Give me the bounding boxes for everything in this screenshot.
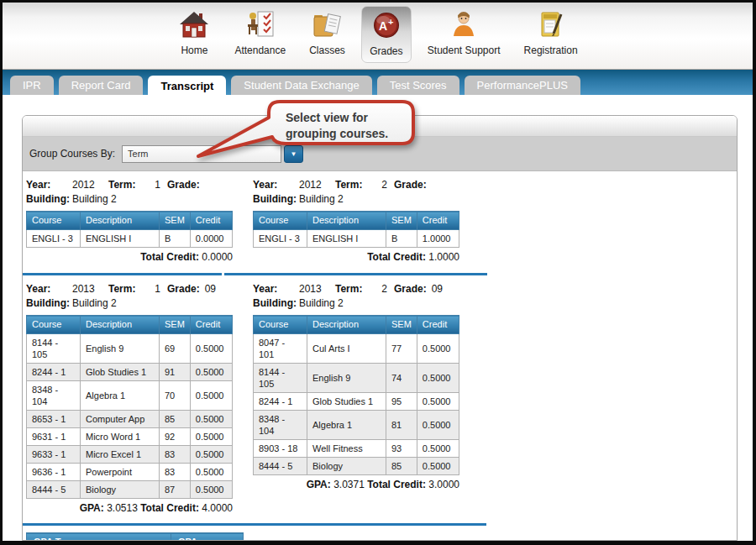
svg-text:+: + — [388, 17, 393, 27]
grade-value: 09 — [205, 283, 216, 295]
total-credit-label: Total Credit: — [367, 479, 426, 490]
credit-cell: 0.5000 — [417, 393, 459, 411]
tab-performanceplus[interactable]: PerformancePLUS — [465, 76, 580, 95]
course-row: 9636 - 1Powerpoint830.5000 — [27, 464, 233, 481]
nav-label: Attendance — [234, 45, 286, 56]
grade-label: Grade: — [167, 179, 200, 191]
term-value: 2 — [369, 178, 387, 192]
credit-cell: 0.5000 — [190, 334, 232, 364]
credit-column-header: Credit — [417, 212, 459, 230]
course-cell: 8348 - 104 — [27, 381, 81, 411]
sem-cell: B — [160, 230, 191, 248]
registration-icon — [534, 8, 568, 42]
nav-label: Student Support — [428, 45, 501, 56]
tab-bar: IPR Report Card Transcript Student Data … — [3, 70, 753, 95]
nav-label: Grades — [370, 45, 402, 57]
section-cell: Year:2012Term:1Grade: Building:Building … — [26, 178, 253, 270]
grade-label: Grade: — [394, 179, 427, 191]
building-label: Building: — [26, 296, 72, 311]
credit-cell: 0.0000 — [190, 230, 232, 248]
dropdown-arrow-button[interactable]: ▼ — [284, 145, 303, 163]
course-cell: 9636 - 1 — [27, 464, 81, 481]
nav-item-attendance[interactable]: Attendance — [227, 6, 293, 63]
nav-label: Home — [181, 45, 207, 56]
section-meta-line1: Year:2012Term:1Grade: — [26, 178, 253, 192]
course-cell: 8653 - 1 — [27, 411, 81, 428]
year-label: Year: — [26, 178, 72, 192]
section-meta-line2: Building:Building 2 — [253, 296, 737, 311]
course-row: 8903 - 18Well Fitness930.5000 — [254, 440, 459, 458]
sem-cell: 93 — [386, 440, 417, 458]
sem-cell: 70 — [160, 381, 191, 411]
course-cell: ENGLI - 3 — [254, 230, 307, 248]
term-label: Term: — [335, 282, 369, 296]
description-cell: Biology — [81, 481, 160, 499]
tab-student-data-exchange[interactable]: Student Data Exchange — [231, 76, 371, 95]
home-icon — [177, 8, 211, 42]
course-table: Course Description SEM Credit ENGLI - 3E… — [26, 211, 233, 248]
course-row: 8444 - 5Biology850.5000 — [254, 458, 459, 475]
tab-test-scores[interactable]: Test Scores — [377, 76, 459, 95]
sem-cell: 85 — [160, 411, 191, 428]
section-meta-line2: Building:Building 2 — [26, 192, 253, 207]
description-cell: Biology — [307, 458, 386, 475]
credit-cell: 0.5000 — [190, 411, 232, 428]
course-cell: 8444 - 5 — [27, 481, 81, 499]
section-meta-line1: Year:2013Term:2Grade:09 — [253, 282, 737, 296]
sem-cell: 83 — [160, 446, 191, 464]
term-value: 1 — [142, 282, 160, 296]
credit-cell: 0.5000 — [417, 440, 459, 458]
credit-column-header: Credit — [190, 212, 232, 230]
section-footer: GPA: 3.0513 Total Credit: 4.0000 — [26, 502, 233, 514]
nav-item-home[interactable]: Home — [170, 6, 218, 63]
description-column-header: Description — [81, 316, 160, 334]
building-value: Building 2 — [72, 193, 117, 205]
description-cell: Micro Excel 1 — [81, 446, 160, 464]
sem-cell: 69 — [160, 334, 191, 364]
term-label: Term: — [335, 178, 369, 192]
total-credit-value: 4.0000 — [202, 502, 233, 514]
course-cell: 8047 - 101 — [254, 334, 307, 364]
nav-item-registration[interactable]: Registration — [517, 6, 585, 63]
gpa-header: GPA — [171, 533, 244, 542]
nav-label: Registration — [524, 45, 578, 56]
group-courses-dropdown[interactable]: Term — [122, 145, 281, 163]
course-cell: 9633 - 1 — [27, 446, 81, 464]
transcript-panel: Group Courses By: Term ▼ Year:2012Term:1… — [22, 115, 738, 541]
total-credit-value: 0.0000 — [202, 251, 233, 263]
gpa-value: 3.0371 — [333, 479, 365, 490]
description-cell: Well Fitness — [307, 440, 386, 458]
course-cell: 8144 - 105 — [254, 364, 307, 393]
section-meta-line1: Year:2012Term:2Grade: — [253, 178, 737, 192]
credit-cell: 0.5000 — [417, 334, 459, 364]
course-cell: 8444 - 5 — [254, 458, 307, 475]
sem-cell: 83 — [160, 464, 191, 481]
credit-cell: 0.5000 — [190, 446, 232, 464]
app-toolbar: Home Attendance — [3, 3, 753, 70]
description-cell: English 9 — [81, 334, 160, 364]
section-meta-line1: Year:2013Term:1Grade:09 — [26, 282, 253, 296]
description-column-header: Description — [81, 212, 160, 230]
sem-cell: 92 — [160, 428, 191, 446]
group-courses-label: Group Courses By: — [29, 148, 115, 160]
course-table: Course Description SEM Credit 8144 - 105… — [26, 315, 233, 499]
description-column-header: Description — [307, 212, 386, 230]
nav-item-grades[interactable]: A + Grades — [361, 6, 412, 63]
nav-item-student-support[interactable]: Student Support — [420, 6, 508, 63]
credit-cell: 0.5000 — [417, 458, 459, 475]
attendance-icon — [244, 8, 277, 42]
total-credit-value: 3.0000 — [428, 479, 459, 490]
tab-transcript[interactable]: Transcript — [148, 76, 226, 97]
building-value: Building 2 — [299, 297, 344, 309]
tab-ipr[interactable]: IPR — [10, 76, 54, 95]
year-value: 2013 — [299, 282, 335, 296]
course-cell: 8903 - 18 — [254, 440, 307, 458]
course-column-header: Course — [254, 316, 307, 334]
course-column-header: Course — [27, 212, 81, 230]
summary-divider — [23, 523, 486, 526]
nav-item-classes[interactable]: Classes — [302, 6, 353, 63]
grade-value: 09 — [432, 283, 443, 295]
credit-cell: 0.5000 — [190, 364, 232, 381]
sem-column-header: SEM — [160, 316, 191, 334]
tab-report-card[interactable]: Report Card — [59, 76, 144, 95]
